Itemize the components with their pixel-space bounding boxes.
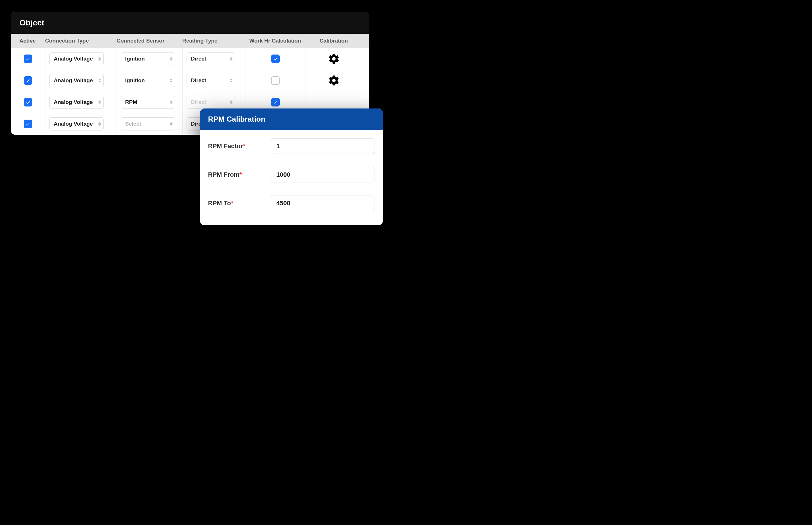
work-hr-checkbox[interactable]: [271, 98, 280, 106]
label-text: RPM From: [208, 171, 240, 178]
label-text: RPM Factor: [208, 142, 243, 150]
stepper-arrows-icon: [170, 122, 173, 126]
label-text: RPM To: [208, 199, 231, 207]
calibration-popup-body: RPM Factor* RPM From* RPM To*: [200, 130, 383, 225]
reading-type-select[interactable]: Direct: [187, 74, 235, 87]
rpm-factor-label: RPM Factor*: [208, 142, 271, 150]
stepper-arrows-icon: [230, 78, 233, 82]
rpm-from-label: RPM From*: [208, 171, 271, 178]
column-header-calibration: Calibration: [305, 38, 362, 44]
select-value: Analog Voltage: [54, 121, 93, 127]
connected-sensor-select[interactable]: RPM: [121, 96, 175, 109]
rpm-from-input[interactable]: [271, 167, 375, 182]
connection-type-select[interactable]: Analog Voltage: [49, 74, 104, 87]
select-value: Analog Voltage: [54, 77, 93, 84]
select-value: RPM: [125, 99, 137, 105]
reading-type-select[interactable]: Direct: [187, 52, 235, 65]
calibration-popup-title: RPM Calibration: [200, 108, 383, 130]
stepper-arrows-icon: [170, 100, 173, 104]
stepper-arrows-icon: [98, 122, 101, 126]
select-value: Analog Voltage: [54, 99, 93, 105]
calibration-gear-icon[interactable]: [328, 75, 340, 87]
column-header-connection-type: Connection Type: [45, 38, 117, 44]
stepper-arrows-icon: [170, 57, 173, 61]
select-value: Direct: [191, 77, 206, 84]
select-value: Select: [125, 121, 141, 127]
column-header-connected-sensor: Connected Sensor: [117, 38, 182, 44]
required-asterisk: *: [243, 142, 245, 150]
rpm-factor-input[interactable]: [271, 138, 375, 154]
calibration-gear-icon[interactable]: [328, 53, 340, 65]
select-value: Ignition: [125, 77, 145, 84]
rpm-calibration-popup: RPM Calibration RPM Factor* RPM From* RP…: [200, 108, 383, 225]
column-header-reading-type: Reading Type: [182, 38, 245, 44]
active-checkbox[interactable]: [24, 76, 32, 85]
table-row: Analog Voltage Ignition: [11, 48, 369, 70]
connected-sensor-select[interactable]: Ignition: [121, 74, 175, 87]
select-value: Direct: [191, 56, 206, 62]
stepper-arrows-icon: [98, 100, 101, 104]
connected-sensor-select[interactable]: Ignition: [121, 52, 175, 65]
work-hr-checkbox[interactable]: [271, 55, 280, 63]
calibration-field-row: RPM Factor*: [208, 138, 375, 154]
connection-type-select[interactable]: Analog Voltage: [49, 96, 104, 109]
connection-type-select[interactable]: Analog Voltage: [49, 117, 104, 131]
select-value: Direct: [191, 99, 206, 105]
stepper-arrows-icon: [98, 57, 101, 61]
stepper-arrows-icon: [98, 78, 101, 82]
connected-sensor-select[interactable]: Select: [121, 117, 175, 131]
reading-type-select[interactable]: Direct: [187, 96, 235, 109]
panel-title: Object: [11, 12, 369, 34]
stepper-arrows-icon: [230, 57, 233, 61]
stepper-arrows-icon: [170, 78, 173, 82]
required-asterisk: *: [240, 171, 242, 178]
active-checkbox[interactable]: [24, 55, 32, 63]
stepper-arrows-icon: [230, 100, 233, 104]
select-value: Analog Voltage: [54, 56, 93, 62]
rpm-to-input[interactable]: [271, 196, 375, 211]
table-header: Active Connection Type Connected Sensor …: [11, 34, 369, 48]
table-row: Analog Voltage Ignition: [11, 70, 369, 91]
select-value: Ignition: [125, 56, 145, 62]
calibration-field-row: RPM To*: [208, 196, 375, 211]
connection-type-select[interactable]: Analog Voltage: [49, 52, 104, 65]
calibration-field-row: RPM From*: [208, 167, 375, 182]
column-header-work-hr: Work Hr Calculation: [245, 38, 305, 44]
required-asterisk: *: [231, 199, 233, 207]
work-hr-checkbox[interactable]: [271, 76, 280, 85]
active-checkbox[interactable]: [24, 120, 32, 128]
column-header-active: Active: [11, 38, 45, 44]
active-checkbox[interactable]: [24, 98, 32, 106]
rpm-to-label: RPM To*: [208, 199, 271, 207]
